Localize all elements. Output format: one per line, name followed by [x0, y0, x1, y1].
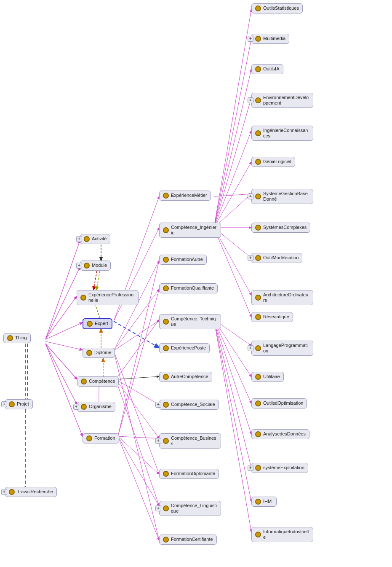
node-experiencemetier[interactable]: ExpérienceMétier — [159, 191, 211, 201]
node-label: OutilsdOptimisation — [263, 400, 303, 406]
node-label: Projet — [17, 401, 29, 407]
expand-icon[interactable]: + — [76, 236, 82, 242]
node-label: systèmeExploitation — [263, 465, 304, 470]
expand-icon[interactable]: + — [155, 438, 161, 444]
node-outilmodelisation[interactable]: +OutilModélisation — [251, 253, 302, 263]
node-dot-icon — [255, 255, 261, 261]
svg-line-4 — [45, 341, 83, 350]
node-autrecompetence[interactable]: AutreCompétence — [159, 372, 212, 382]
svg-line-44 — [214, 228, 251, 317]
node-label: Expert — [95, 321, 108, 326]
expand-icon[interactable]: + — [1, 489, 7, 495]
node-competencetechnique[interactable]: Compétence_Technique — [159, 314, 221, 329]
node-ihm[interactable]: IHM — [251, 497, 277, 507]
node-outilsdoptimisation[interactable]: OutilsdOptimisation — [251, 398, 307, 408]
node-formationcertifiante[interactable]: FormationCertifiante — [159, 535, 217, 545]
node-activite[interactable]: +Activité — [80, 234, 110, 244]
node-label: OutilsStatistiques — [263, 5, 299, 11]
node-systemeexploitation[interactable]: +systèmeExploitation — [251, 463, 308, 473]
node-multimedia[interactable]: +Multimedia — [251, 34, 289, 44]
svg-line-7 — [45, 344, 83, 436]
node-outilsia[interactable]: OutilsIA — [251, 64, 283, 74]
node-informatiqueindustrielle[interactable]: InformatiqueIndustrielle — [251, 527, 313, 542]
node-analysedesdonnees[interactable]: AnalysedesDonnées — [251, 429, 309, 439]
node-dot-icon — [163, 319, 169, 325]
node-dot-icon — [80, 295, 86, 301]
node-projet[interactable]: +Projet — [5, 399, 33, 409]
node-dot-icon — [255, 36, 261, 42]
svg-line-52 — [214, 194, 251, 196]
node-competenceingenierie[interactable]: Compétence_Ingénierie — [159, 223, 221, 238]
expand-icon[interactable]: + — [248, 465, 253, 471]
expand-icon[interactable]: + — [248, 36, 253, 42]
node-dot-icon — [255, 225, 261, 231]
node-systemescomplexes[interactable]: SystèmesComplexes — [251, 223, 310, 233]
node-dot-icon — [255, 130, 261, 136]
node-label: Compétence_Linguistique — [171, 503, 217, 514]
expand-icon[interactable]: + — [1, 401, 7, 407]
node-genielogiciel[interactable]: GénieLogiciel — [251, 157, 295, 167]
svg-line-5 — [45, 344, 77, 379]
node-diplome[interactable]: Diplôme — [83, 348, 115, 358]
node-dot-icon — [163, 471, 169, 477]
expand-icon[interactable]: + — [248, 255, 253, 261]
node-competencesociale[interactable]: +Compétence_Sociale — [159, 400, 219, 410]
node-dot-icon — [255, 5, 261, 11]
node-systemegestionbasedonne[interactable]: +SystèmeGestionBaseDonné — [251, 189, 313, 204]
node-dot-icon — [86, 350, 92, 356]
node-formationqualifiante[interactable]: FormationQualifiante — [159, 283, 218, 293]
node-competencelinguistique[interactable]: +Compétence_Linguistique — [159, 501, 221, 516]
node-organisme[interactable]: +Organisme — [77, 402, 115, 412]
expand-icon[interactable]: + — [155, 402, 161, 408]
node-environnementdeveloppement[interactable]: +EnvironnementDéveloppement — [251, 93, 313, 108]
node-langageprogrammation[interactable]: +LangageProgrammation — [251, 341, 313, 356]
node-label: SystèmeGestionBaseDonné — [263, 191, 309, 202]
node-label: ArchitectureOrdinateurs — [263, 292, 309, 303]
node-travailrecherche[interactable]: +TravailRecherche — [5, 487, 57, 497]
expand-icon[interactable]: + — [248, 345, 253, 351]
expand-icon[interactable]: + — [155, 505, 161, 511]
node-dot-icon — [255, 431, 261, 437]
svg-line-21 — [114, 351, 159, 474]
node-label: AnalysedesDonnées — [263, 431, 306, 437]
svg-line-28 — [118, 261, 159, 436]
node-dot-icon — [163, 374, 169, 380]
node-formationdiplomante[interactable]: FormationDiplomante — [159, 469, 219, 479]
node-experienceposte[interactable]: ExpériencePoste — [159, 343, 210, 353]
svg-line-37 — [214, 98, 251, 228]
node-formationautre[interactable]: FormationAutre — [159, 255, 207, 265]
node-label: FormationQualifiante — [171, 285, 214, 291]
node-reseautique[interactable]: Réseautique — [251, 312, 293, 322]
svg-line-22 — [114, 351, 159, 540]
node-dot-icon — [9, 401, 15, 407]
node-expert[interactable]: Expert — [83, 318, 112, 329]
expand-icon[interactable]: + — [76, 263, 82, 269]
expand-icon[interactable]: + — [248, 193, 253, 199]
node-competence[interactable]: Compétence — [77, 376, 119, 387]
node-label: Module — [92, 263, 107, 268]
node-dot-icon — [255, 532, 261, 537]
node-label: Compétence_Sociale — [171, 402, 215, 407]
svg-line-3 — [45, 322, 83, 339]
node-outilsstatistiques[interactable]: OutilsStatistiques — [251, 3, 303, 13]
svg-line-14 — [96, 271, 100, 290]
node-dot-icon — [163, 402, 169, 408]
node-competencebusiness[interactable]: +Compétence_Business — [159, 433, 221, 449]
svg-line-48 — [214, 320, 251, 434]
node-label: ExpérienceMétier — [171, 193, 207, 198]
node-dot-icon — [86, 435, 92, 441]
node-utilitaire[interactable]: Utilitaire — [251, 372, 284, 382]
svg-line-29 — [118, 289, 159, 436]
node-formation[interactable]: Formation — [83, 433, 119, 443]
expand-icon[interactable]: + — [73, 404, 79, 410]
node-experienceprofessionnelle[interactable]: ExpérienceProfessionnelle — [77, 290, 139, 305]
node-module[interactable]: +Module — [80, 261, 111, 271]
svg-line-50 — [214, 320, 251, 502]
node-label: GénieLogiciel — [263, 159, 291, 164]
expand-icon[interactable]: + — [248, 97, 253, 103]
node-architectureordinateurs[interactable]: ArchitectureOrdinateurs — [251, 290, 313, 305]
node-ingenierieconna[interactable]: IngénierieConnaissances — [251, 126, 313, 141]
node-label: LangageProgrammation — [263, 343, 309, 354]
svg-line-51 — [214, 320, 251, 532]
node-thing[interactable]: Thing — [3, 333, 31, 343]
